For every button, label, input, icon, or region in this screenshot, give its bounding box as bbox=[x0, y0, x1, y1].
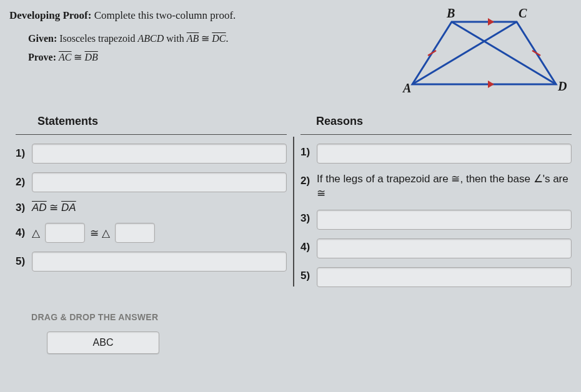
row-number: 2) bbox=[16, 176, 27, 189]
statement-row-1: 1) bbox=[16, 144, 287, 164]
given-label: Given: bbox=[28, 33, 57, 44]
statement-row-3: 3) AD ≅ DA bbox=[16, 201, 287, 214]
dragdrop-label: DRAG & DROP THE ANSWER bbox=[31, 312, 578, 322]
label-D: D bbox=[558, 79, 567, 94]
prompt-area: Developing Proof: Complete this two-colu… bbox=[9, 9, 384, 102]
prove-seg2: DB bbox=[84, 52, 97, 62]
reason-2-text: If the legs of a trapezoid are ≅, then t… bbox=[317, 172, 572, 201]
label-B: B bbox=[447, 6, 455, 21]
svg-marker-5 bbox=[488, 18, 494, 26]
s3-congr: ≅ bbox=[47, 202, 61, 213]
statement-4-blank-1[interactable] bbox=[45, 223, 85, 243]
row-number: 3) bbox=[300, 210, 312, 225]
reason-3-blank[interactable] bbox=[317, 210, 572, 230]
reasons-header: Reasons bbox=[300, 115, 572, 135]
prove-label: Prove: bbox=[28, 52, 56, 62]
svg-marker-0 bbox=[412, 22, 556, 84]
svg-line-1 bbox=[412, 22, 517, 84]
prove-line: Prove: AC ≅ DB bbox=[28, 48, 384, 67]
given-shape: ABCD bbox=[138, 33, 164, 44]
statement-row-5: 5) bbox=[16, 252, 287, 272]
answer-tile-abc[interactable]: ABC bbox=[47, 331, 159, 354]
prove-seg1: AC bbox=[59, 52, 71, 62]
reason-row-2: 2) If the legs of a trapezoid are ≅, the… bbox=[300, 172, 572, 201]
row-number: 2) bbox=[300, 172, 312, 187]
s3-seg1: AD bbox=[32, 202, 47, 213]
given-with: with bbox=[164, 33, 186, 44]
statement-5-blank[interactable] bbox=[32, 252, 287, 272]
congr1: ≅ bbox=[199, 33, 212, 44]
s4-tri1: △ bbox=[32, 227, 40, 240]
row-number: 5) bbox=[16, 255, 27, 268]
prompt-title: Developing Proof: Complete this two-colu… bbox=[9, 9, 384, 22]
s4-congr: ≅ △ bbox=[90, 227, 110, 240]
statement-row-4: 4) △ ≅ △ bbox=[16, 223, 287, 243]
title-bold: Developing Proof: bbox=[9, 9, 91, 21]
svg-marker-6 bbox=[488, 81, 494, 88]
label-A: A bbox=[403, 81, 411, 96]
statement-row-2: 2) bbox=[16, 172, 287, 192]
statements-header: Statements bbox=[16, 115, 287, 135]
reason-row-5: 5) bbox=[300, 267, 572, 287]
title-rest: Complete this two-column proof. bbox=[91, 9, 236, 21]
given-seg2: DC bbox=[212, 33, 226, 44]
statement-2-blank[interactable] bbox=[32, 172, 287, 192]
s3-seg2: DA bbox=[61, 202, 76, 213]
row-number: 3) bbox=[16, 202, 27, 214]
row-number: 1) bbox=[300, 144, 312, 159]
reasons-column: Reasons 1) 2) If the legs of a trapezoid… bbox=[294, 115, 578, 287]
reason-5-blank[interactable] bbox=[317, 267, 572, 287]
row-number: 5) bbox=[300, 267, 312, 282]
reason-row-3: 3) bbox=[300, 210, 572, 230]
statements-column: Statements 1) 2) 3) AD ≅ DA 4) △ ≅ △ 5) bbox=[9, 115, 293, 287]
proof-table: Statements 1) 2) 3) AD ≅ DA 4) △ ≅ △ 5) … bbox=[9, 115, 578, 287]
reason-4-blank[interactable] bbox=[317, 238, 572, 258]
congr2: ≅ bbox=[71, 52, 84, 62]
period: . bbox=[226, 33, 229, 44]
label-C: C bbox=[519, 6, 527, 21]
diagram: B C A D bbox=[397, 9, 578, 102]
reason-row-4: 4) bbox=[300, 238, 572, 258]
reason-1-blank[interactable] bbox=[317, 144, 572, 164]
row-number: 4) bbox=[300, 238, 312, 253]
given-line: Given: Isosceles trapezoid ABCD with AB … bbox=[28, 29, 384, 48]
reason-row-1: 1) bbox=[300, 144, 572, 164]
row-number: 4) bbox=[16, 227, 27, 239]
given-text: Isosceles trapezoid bbox=[57, 33, 137, 44]
svg-line-2 bbox=[452, 22, 556, 84]
given-seg1: AB bbox=[187, 33, 199, 44]
row-number: 1) bbox=[16, 147, 27, 160]
statement-4-blank-2[interactable] bbox=[115, 223, 155, 243]
statement-1-blank[interactable] bbox=[32, 144, 287, 164]
